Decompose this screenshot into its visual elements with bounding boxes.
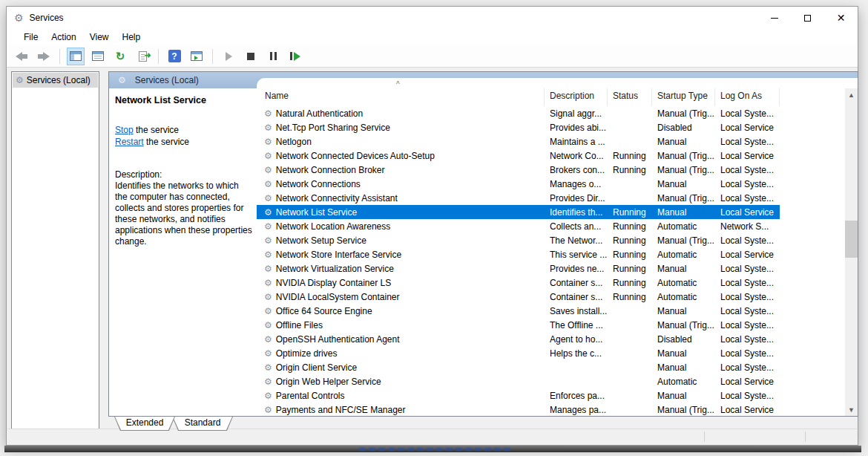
pause-service-icon[interactable] <box>264 48 282 65</box>
service-log-on-as-cell: Local Syste... <box>715 391 780 401</box>
service-gear-icon: ⚙ <box>264 377 272 386</box>
service-gear-icon: ⚙ <box>264 335 272 344</box>
table-row[interactable]: ⚙ Office 64 Source Engine Saves install.… <box>257 304 858 318</box>
help-icon[interactable]: ? <box>165 48 183 65</box>
table-row[interactable]: ⚙ Natural Authentication Signal aggr... … <box>257 106 858 120</box>
service-description-cell: Maintains a ... <box>545 137 608 147</box>
table-row[interactable]: ⚙ Network List Service Identifies th... … <box>257 205 858 219</box>
table-row[interactable]: ⚙ Optimize drives Helps the c... Manual … <box>257 346 858 360</box>
services-gear-icon: ⚙ <box>16 76 24 85</box>
menu-action[interactable]: Action <box>45 29 82 45</box>
service-name: Network Connected Devices Auto-Setup <box>276 151 435 161</box>
show-hide-action-pane-icon[interactable] <box>188 48 206 65</box>
toolbar: ↻ ➜ ? <box>7 45 858 68</box>
service-log-on-as-cell: Local Syste... <box>715 264 780 274</box>
menu-view[interactable]: View <box>83 29 116 45</box>
tab-standard[interactable]: Standard <box>172 417 233 431</box>
scroll-up-icon[interactable]: ▲ <box>845 88 858 101</box>
service-name: Origin Client Service <box>276 362 357 373</box>
service-name: Network Connections <box>276 179 361 189</box>
maximize-button[interactable] <box>791 7 824 29</box>
service-log-on-as-cell: Local Syste... <box>715 306 780 316</box>
table-row[interactable]: ⚙ Network Connection Broker Brokers con.… <box>257 163 858 177</box>
table-row[interactable]: ⚙ Network Store Interface Service This s… <box>257 247 858 261</box>
service-log-on-as-cell: Local Syste... <box>715 292 780 302</box>
table-row[interactable]: ⚙ Origin Web Helper Service Automatic Lo… <box>257 374 858 388</box>
table-row[interactable]: ⚙ Network Connections Manages o... Manua… <box>257 177 858 191</box>
service-description-cell: Network Co... <box>545 151 608 161</box>
service-startup-type-cell: Manual (Trig... <box>652 165 715 175</box>
forward-icon[interactable] <box>35 48 53 65</box>
close-button[interactable]: ✕ <box>824 7 858 29</box>
table-row[interactable]: ⚙ Network Connected Devices Auto-Setup N… <box>257 149 858 163</box>
background-page-text-fragment <box>359 448 511 451</box>
service-name: NVIDIA LocalSystem Container <box>276 292 400 302</box>
service-name: Offline Files <box>276 320 323 330</box>
stop-service-link[interactable]: Stop <box>115 125 134 135</box>
status-bar-divider <box>805 431 806 442</box>
refresh-icon[interactable]: ↻ <box>111 48 129 65</box>
service-log-on-as-cell: Local Syste... <box>715 320 780 330</box>
start-service-icon[interactable] <box>220 48 237 65</box>
service-gear-icon: ⚙ <box>264 293 272 302</box>
service-status-cell: Running <box>608 264 652 274</box>
column-header-status[interactable]: Status <box>608 88 652 106</box>
service-status-cell: Running <box>608 207 652 218</box>
table-row[interactable]: ⚙ Parental Controls Enforces pa... Manua… <box>257 388 858 403</box>
table-row[interactable]: ⚙ Payments and NFC/SE Manager Manages pa… <box>257 403 858 416</box>
tree-item-services-local[interactable]: ⚙ Services (Local) <box>13 73 98 88</box>
service-gear-icon: ⚙ <box>264 391 272 400</box>
table-row[interactable]: ⚙ Netlogon Maintains a ... Manual Local … <box>257 134 858 149</box>
service-description-cell: Helps the c... <box>545 348 608 359</box>
service-gear-icon: ⚙ <box>264 307 272 316</box>
services-gear-icon: ⚙ <box>118 76 126 85</box>
service-status-cell: Running <box>608 221 652 232</box>
table-row[interactable]: ⚙ Network Connectivity Assistant Provide… <box>257 191 858 205</box>
service-name: NVIDIA Display Container LS <box>276 278 391 288</box>
restart-service-link[interactable]: Restart <box>115 137 144 147</box>
service-gear-icon: ⚙ <box>264 222 272 231</box>
export-list-icon[interactable]: ➜ <box>134 48 151 65</box>
services-pane: ⚙ Services (Local) Network List Service … <box>108 71 858 417</box>
restart-service-icon[interactable] <box>286 48 304 65</box>
scrollbar-thumb[interactable] <box>845 221 858 258</box>
menu-bar: File Action View Help <box>7 29 858 45</box>
selected-service-title: Network List Service <box>115 95 251 105</box>
column-header-startup-type[interactable]: Startup Type <box>652 88 715 106</box>
table-row[interactable]: ⚙ Network Setup Service The Networ... Ru… <box>257 233 858 247</box>
minimize-button[interactable] <box>757 7 791 29</box>
menu-file[interactable]: File <box>17 29 45 45</box>
service-status-cell: Running <box>608 292 652 302</box>
service-name: Office 64 Source Engine <box>276 306 372 316</box>
table-row[interactable]: ⚙ NVIDIA LocalSystem Container Container… <box>257 290 858 304</box>
properties-icon[interactable] <box>89 48 107 65</box>
table-row[interactable]: ⚙ NVIDIA Display Container LS Container … <box>257 276 858 290</box>
table-row[interactable]: ⚙ Network Virtualization Service Provide… <box>257 261 858 276</box>
column-header-log-on-as[interactable]: Log On As <box>715 88 780 106</box>
table-row[interactable]: ⚙ Network Location Awareness Collects an… <box>257 219 858 233</box>
service-gear-icon: ⚙ <box>264 321 272 330</box>
vertical-scrollbar[interactable]: ▲ ▼ <box>845 88 858 416</box>
tab-extended[interactable]: Extended <box>114 417 175 431</box>
service-description-cell: Container s... <box>545 292 608 302</box>
service-description-cell: The Networ... <box>545 235 608 246</box>
service-description-cell: Signal aggr... <box>545 108 608 119</box>
services-gear-icon: ⚙ <box>14 13 24 23</box>
table-row[interactable]: ⚙ Origin Client Service Manual Local Sys… <box>257 360 858 374</box>
back-icon[interactable] <box>13 48 30 65</box>
service-description-cell: Provides ne... <box>545 264 608 274</box>
service-log-on-as-cell: Local Syste... <box>715 235 780 246</box>
console-tree-panel: ⚙ Services (Local) <box>11 71 99 429</box>
table-row[interactable]: ⚙ Net.Tcp Port Sharing Service Provides … <box>257 120 858 134</box>
stop-service-icon[interactable] <box>242 48 260 65</box>
table-row[interactable]: ⚙ OpenSSH Authentication Agent Agent to … <box>257 332 858 346</box>
restart-link-suffix: the service <box>144 137 189 147</box>
column-header-description[interactable]: Description <box>545 88 608 106</box>
show-hide-console-tree-icon[interactable] <box>67 48 85 65</box>
service-log-on-as-cell: Local Syste... <box>715 179 780 189</box>
toolbar-separator <box>158 49 159 64</box>
column-header-name[interactable]: Name <box>257 88 545 106</box>
table-row[interactable]: ⚙ Offline Files The Offline ... Manual (… <box>257 318 858 332</box>
scroll-down-icon[interactable]: ▼ <box>845 403 858 416</box>
menu-help[interactable]: Help <box>116 29 148 45</box>
